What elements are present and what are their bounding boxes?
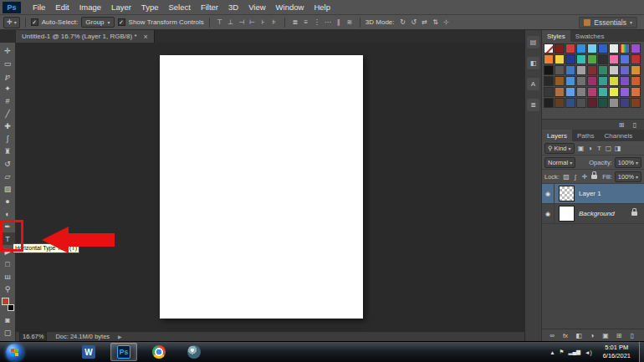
tray-icon-4[interactable]: ◄)	[585, 349, 592, 355]
style-swatch-33[interactable]	[598, 76, 608, 86]
style-swatch-29[interactable]	[555, 76, 565, 86]
layers-footer-4-icon[interactable]: ◑	[588, 331, 596, 340]
collapsed-panel-1-icon[interactable]: ▤	[527, 36, 539, 48]
close-tab-icon[interactable]: ×	[144, 33, 148, 41]
fill-dropdown[interactable]: 100% ▾	[615, 171, 641, 182]
style-swatch-43[interactable]	[609, 87, 619, 97]
style-swatch-35[interactable]	[620, 76, 630, 86]
menu-layer[interactable]: Layer	[106, 3, 136, 12]
align-4-icon[interactable]: ⊢	[248, 18, 258, 28]
photoshop-logo[interactable]: Ps	[3, 2, 21, 13]
style-swatch-18[interactable]	[631, 54, 641, 64]
style-swatch-8[interactable]	[620, 43, 630, 54]
gradient-tool[interactable]: ▨	[1, 182, 15, 195]
distribute-6-icon[interactable]: ≋	[345, 18, 355, 28]
layer-filter-5-icon[interactable]: ◨	[614, 144, 622, 153]
style-swatch-15[interactable]	[598, 54, 608, 64]
distribute-5-icon[interactable]: ∥	[334, 18, 344, 28]
dodge-tool[interactable]: ◐	[1, 207, 15, 220]
style-swatch-51[interactable]	[598, 98, 608, 108]
style-swatch-20[interactable]	[555, 65, 565, 75]
taskbar-chrome-button[interactable]	[146, 343, 172, 361]
lock-all-icon[interactable]	[591, 175, 597, 179]
tool-preset-button[interactable]: ✛ ▾	[3, 17, 20, 28]
zoom-level-field[interactable]: 16.67%	[19, 332, 47, 341]
style-swatch-19[interactable]	[544, 65, 554, 75]
style-swatch-34[interactable]	[609, 76, 619, 86]
style-swatch-12[interactable]	[565, 54, 575, 64]
distribute-2-icon[interactable]: ≡	[301, 18, 311, 28]
opacity-dropdown[interactable]: 100% ▾	[615, 157, 641, 168]
foreground-color-swatch[interactable]	[2, 298, 9, 305]
auto-select-dropdown[interactable]: Group ▾	[81, 17, 114, 28]
auto-select-checkbox[interactable]: ✓	[31, 18, 38, 26]
layers-tab-paths[interactable]: Paths	[572, 130, 599, 141]
brush-tool[interactable]: ʃ	[1, 132, 15, 145]
menu-3d[interactable]: 3D	[223, 3, 243, 12]
rectangle-tool[interactable]: □	[1, 257, 15, 270]
style-swatch-53[interactable]	[620, 98, 630, 108]
style-swatch-10[interactable]	[544, 54, 554, 64]
layer-filter-2-icon[interactable]: ◑	[586, 144, 595, 153]
style-swatch-42[interactable]	[598, 87, 608, 97]
eyedropper-tool[interactable]: ╱	[1, 107, 15, 120]
align-3-icon[interactable]: ⊣	[237, 18, 247, 28]
layers-footer-7-icon[interactable]: ▯	[628, 331, 636, 340]
lock-1-icon[interactable]: ▨	[562, 172, 570, 181]
canvas-area[interactable]	[16, 43, 524, 331]
layers-tab-channels[interactable]: Channels	[599, 130, 637, 141]
layers-footer-6-icon[interactable]: ⊞	[615, 331, 623, 340]
menu-view[interactable]: View	[243, 3, 270, 12]
start-button[interactable]	[6, 344, 23, 361]
visibility-eye-icon[interactable]: ◉	[542, 204, 555, 223]
style-swatch-38[interactable]	[555, 87, 565, 97]
style-swatch-17[interactable]	[620, 54, 630, 64]
style-swatch-28[interactable]	[544, 76, 554, 86]
menu-help[interactable]: Help	[309, 3, 335, 12]
lasso-tool[interactable]: ℘	[1, 69, 15, 82]
clone-stamp-tool[interactable]: ♜	[1, 145, 15, 157]
style-swatch-39[interactable]	[565, 87, 575, 97]
background-color-swatch[interactable]	[8, 304, 14, 311]
blur-tool[interactable]: ●	[1, 195, 15, 207]
menu-filter[interactable]: Filter	[196, 3, 223, 12]
lock-3-icon[interactable]: ✛	[580, 172, 589, 181]
style-swatch-16[interactable]	[609, 54, 619, 64]
style-swatch-23[interactable]	[587, 65, 597, 75]
zoom-tool[interactable]: ⚲	[1, 283, 15, 295]
style-swatch-5[interactable]	[587, 43, 597, 54]
layers-footer-1-icon[interactable]: ∞	[548, 331, 556, 340]
align-1-icon[interactable]: ⊤	[215, 18, 225, 28]
menu-file[interactable]: File	[28, 3, 50, 12]
style-swatch-4[interactable]	[576, 43, 586, 54]
styles-tab-swatches[interactable]: Swatches	[570, 30, 610, 42]
document-tab[interactable]: Untitled-1 @ 16.7% (Layer 1, RGB/8) * ×	[16, 30, 155, 43]
style-swatch-54[interactable]	[631, 98, 641, 108]
layer-thumbnail[interactable]	[559, 186, 575, 201]
align-6-icon[interactable]: ⊧	[269, 18, 279, 28]
menu-select[interactable]: Select	[163, 3, 195, 12]
style-swatch-45[interactable]	[631, 87, 641, 97]
style-swatch-48[interactable]	[565, 98, 575, 108]
style-swatch-25[interactable]	[609, 65, 619, 75]
style-swatch-3[interactable]	[565, 43, 575, 54]
layer-row-background[interactable]: ◉Background	[542, 204, 644, 224]
taskbar-media-button[interactable]	[181, 343, 207, 361]
style-swatch-22[interactable]	[576, 65, 586, 75]
align-2-icon[interactable]: ⊥	[226, 18, 236, 28]
healing-brush-tool[interactable]: ✚	[1, 120, 15, 132]
layer-thumbnail[interactable]	[559, 206, 575, 222]
style-swatch-7[interactable]	[609, 43, 619, 54]
show-transform-checkbox[interactable]: ✓	[118, 18, 125, 26]
history-brush-tool[interactable]: ↺	[1, 157, 15, 170]
show-desktop-button[interactable]	[639, 342, 644, 362]
layers-footer-3-icon[interactable]: ◧	[575, 331, 583, 340]
visibility-eye-icon[interactable]: ◉	[542, 184, 555, 203]
3d-mode-4-icon[interactable]: ⇅	[431, 18, 441, 28]
crop-tool[interactable]: #	[1, 94, 15, 107]
layer-row-layer-1[interactable]: ◉Layer 1	[542, 184, 644, 204]
collapsed-panel-3-icon[interactable]: A	[527, 78, 539, 90]
eraser-tool[interactable]: ▱	[1, 170, 15, 182]
workspace-switcher[interactable]: Essentials ▾	[579, 17, 637, 28]
menu-window[interactable]: Window	[271, 3, 309, 12]
